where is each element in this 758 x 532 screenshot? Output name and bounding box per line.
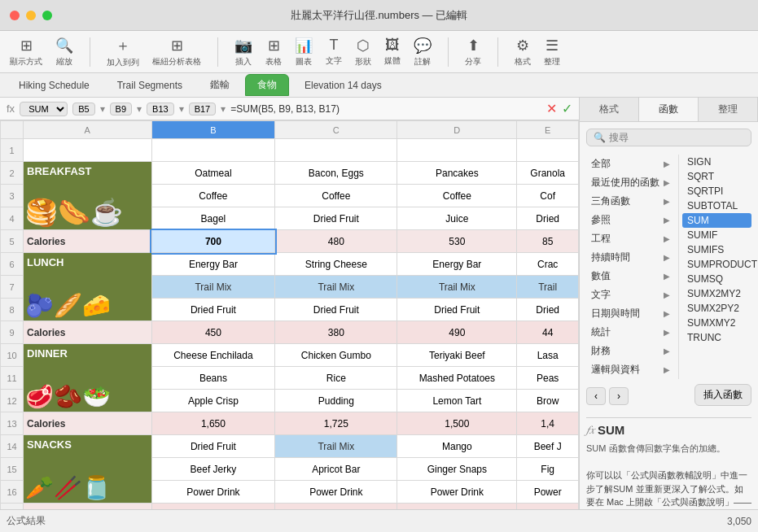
cell-a9[interactable]: Calories bbox=[24, 321, 152, 344]
func-sumxmy2[interactable]: SUMXMY2 bbox=[682, 316, 751, 330]
cell-c9[interactable]: 380 bbox=[275, 321, 397, 344]
formula-func-select[interactable]: SUM bbox=[20, 102, 68, 116]
zoom-button[interactable]: 🔍 縮放 bbox=[55, 37, 73, 68]
cell-a13[interactable]: Calories bbox=[24, 412, 152, 435]
chart-button[interactable]: 📊 圖表 bbox=[295, 37, 313, 68]
cell-d2[interactable]: Pancakes bbox=[397, 162, 517, 185]
cell-b3[interactable]: Coffee bbox=[151, 185, 275, 207]
search-bar[interactable]: 🔍 bbox=[586, 129, 751, 146]
cell-ref-b9[interactable]: B9 bbox=[110, 102, 132, 116]
func-prev-button[interactable]: ‹ bbox=[586, 387, 606, 405]
cell-d12[interactable]: Lemon Tart bbox=[397, 390, 517, 412]
insert-func-button[interactable]: 插入函數 bbox=[694, 384, 751, 406]
cell-c1[interactable] bbox=[275, 139, 397, 162]
cell-d17[interactable]: 300 bbox=[397, 504, 517, 510]
cell-d1[interactable] bbox=[397, 139, 517, 162]
cat-eng[interactable]: 工程 ▶ bbox=[586, 229, 675, 248]
cell-e7[interactable]: Trail bbox=[517, 276, 579, 299]
organize-button[interactable]: ☰ 整理 bbox=[544, 37, 560, 68]
cell-e6[interactable]: Crac bbox=[517, 253, 579, 276]
cell-d15[interactable]: Ginger Snaps bbox=[397, 458, 517, 481]
cat-trig[interactable]: 三角函數 ▶ bbox=[586, 192, 675, 211]
cat-recent[interactable]: 最近使用的函數 ▶ bbox=[586, 173, 675, 192]
panel-tab-format[interactable]: 格式 bbox=[580, 98, 639, 121]
tab-elevation[interactable]: Elevation 14 days bbox=[292, 76, 394, 95]
cell-e9[interactable]: 44 bbox=[517, 321, 579, 344]
cell-d8[interactable]: Dried Fruit bbox=[397, 299, 517, 321]
share-button[interactable]: ⬆ 分享 bbox=[465, 37, 481, 68]
cell-b2[interactable]: Oatmeal bbox=[151, 162, 275, 185]
func-sumif[interactable]: SUMIF bbox=[682, 228, 751, 242]
cell-b16[interactable]: Power Drink bbox=[151, 481, 275, 504]
cell-b17[interactable]: 250 bbox=[151, 504, 275, 510]
cell-b15[interactable]: Beef Jerky bbox=[151, 458, 275, 481]
func-sqrt[interactable]: SQRT bbox=[682, 169, 751, 184]
cat-ref[interactable]: 參照 ▶ bbox=[586, 211, 675, 229]
cat-all[interactable]: 全部 ▶ bbox=[586, 155, 675, 173]
tab-zhuan-shun[interactable]: 鑑輸 bbox=[198, 74, 242, 96]
cell-e17[interactable]: 30 bbox=[517, 504, 579, 510]
cell-b6[interactable]: Energy Bar bbox=[151, 253, 275, 276]
cell-c3[interactable]: Coffee bbox=[275, 185, 397, 207]
col-header-e[interactable]: E bbox=[517, 121, 579, 139]
cell-b5[interactable]: 700 bbox=[151, 230, 275, 253]
cell-d9[interactable]: 490 bbox=[397, 321, 517, 344]
cat-datetime[interactable]: 日期與時間 ▶ bbox=[586, 304, 675, 323]
cell-d5[interactable]: 530 bbox=[397, 230, 517, 253]
cell-b10[interactable]: Cheese Enchilada bbox=[151, 344, 275, 367]
cell-b1[interactable] bbox=[151, 139, 275, 162]
tab-food[interactable]: 食物 bbox=[245, 74, 289, 96]
shape-button[interactable]: ⬡ 形狀 bbox=[355, 37, 371, 68]
cell-c8[interactable]: Dried Fruit bbox=[275, 299, 397, 321]
cell-b9[interactable]: 450 bbox=[151, 321, 275, 344]
cell-a17[interactable]: Calories bbox=[24, 504, 152, 510]
formula-cancel-button[interactable]: ✕ bbox=[546, 101, 557, 116]
func-sqrtpi[interactable]: SQRTPI bbox=[682, 184, 751, 198]
func-sign[interactable]: SIGN bbox=[682, 155, 751, 169]
col-header-c[interactable]: C bbox=[275, 121, 397, 139]
cell-c15[interactable]: Apricot Bar bbox=[275, 458, 397, 481]
format-button[interactable]: ⚙ 格式 bbox=[515, 37, 531, 68]
cell-e13[interactable]: 1,4 bbox=[517, 412, 579, 435]
cell-e8[interactable]: Dried bbox=[517, 299, 579, 321]
table-button[interactable]: ⊞ 表格 bbox=[265, 37, 282, 68]
func-sumx2my2[interactable]: SUMX2MY2 bbox=[682, 286, 751, 301]
cell-c14[interactable]: Trail Mix bbox=[275, 435, 397, 458]
cell-b12[interactable]: Apple Crisp bbox=[151, 390, 275, 412]
cell-a5[interactable]: Calories bbox=[24, 230, 152, 253]
table-container[interactable]: A B C D E 1 bbox=[0, 120, 579, 509]
cat-numeric[interactable]: 數值 ▶ bbox=[586, 267, 675, 286]
cell-a1[interactable] bbox=[24, 139, 152, 162]
col-header-d[interactable]: D bbox=[397, 121, 517, 139]
cell-c6[interactable]: String Cheese bbox=[275, 253, 397, 276]
insert-button[interactable]: 📷 插入 bbox=[234, 37, 252, 68]
cell-ref-b13[interactable]: B13 bbox=[147, 102, 174, 116]
maximize-button[interactable] bbox=[42, 11, 52, 20]
col-header-a[interactable]: A bbox=[24, 121, 152, 139]
cell-a10[interactable]: DINNER 🥩🫘🥗 bbox=[24, 344, 152, 412]
cell-d11[interactable]: Mashed Potatoes bbox=[397, 367, 517, 390]
func-sumproduct[interactable]: SUMPRODUCT bbox=[682, 257, 751, 272]
cell-a14[interactable]: SNACKS 🥕🥢🫙 bbox=[24, 435, 152, 504]
formula-confirm-button[interactable]: ✓ bbox=[562, 101, 572, 116]
close-button[interactable] bbox=[10, 11, 20, 20]
func-trunc[interactable]: TRUNC bbox=[682, 330, 751, 345]
func-sum[interactable]: SUM bbox=[682, 213, 751, 228]
cell-d14[interactable]: Mango bbox=[397, 435, 517, 458]
tab-hiking-schedule[interactable]: Hiking Schedule bbox=[7, 76, 102, 95]
cell-b8[interactable]: Dried Fruit bbox=[151, 299, 275, 321]
cell-e1[interactable] bbox=[517, 139, 579, 162]
cell-c16[interactable]: Power Drink bbox=[275, 481, 397, 504]
cell-a2[interactable]: BREAKFAST 🥞🌭☕ bbox=[24, 162, 152, 230]
cell-b7[interactable]: Trail Mix bbox=[151, 276, 275, 299]
col-header-b[interactable]: B bbox=[151, 121, 275, 139]
cell-d6[interactable]: Energy Bar bbox=[397, 253, 517, 276]
cat-logic[interactable]: 邏輯與資料 ▶ bbox=[586, 360, 675, 379]
func-next-button[interactable]: › bbox=[609, 387, 629, 405]
func-subtotal[interactable]: SUBTOTAL bbox=[682, 198, 751, 213]
cell-d4[interactable]: Juice bbox=[397, 207, 517, 230]
cell-e2[interactable]: Granola bbox=[517, 162, 579, 185]
panel-tab-organize[interactable]: 整理 bbox=[699, 98, 758, 121]
minimize-button[interactable] bbox=[26, 11, 36, 20]
pivot-table-button[interactable]: ⊞ 樞紐分析表格 bbox=[152, 37, 201, 68]
